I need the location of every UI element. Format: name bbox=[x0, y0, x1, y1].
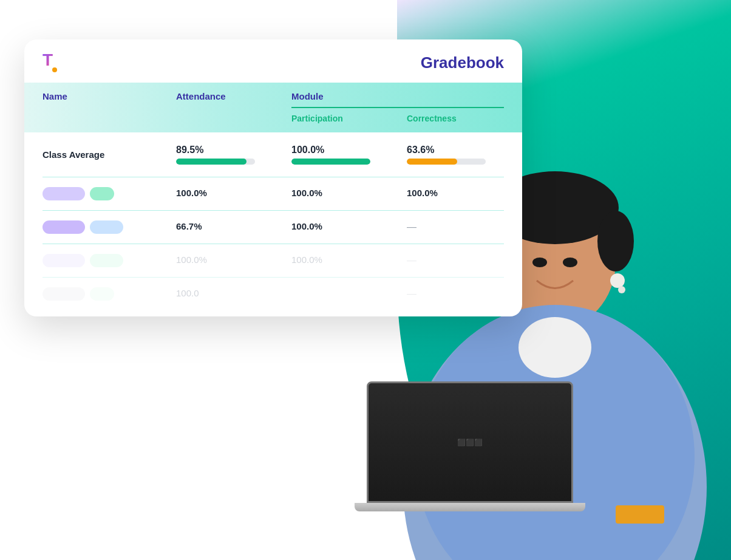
svg-point-12 bbox=[563, 258, 577, 267]
logo: T bbox=[42, 52, 64, 73]
col-correctness-header: Correctness bbox=[407, 113, 504, 124]
table-row: 100.0% 100.0% — bbox=[42, 244, 504, 278]
logo-icon: T bbox=[42, 52, 64, 73]
table-header: Name Attendance Module Participation Cor… bbox=[24, 83, 522, 132]
col-attendance-header: Attendance bbox=[176, 91, 291, 102]
student-3-name bbox=[42, 254, 176, 267]
svg-point-8 bbox=[518, 317, 591, 378]
header-row-1: Name Attendance Module bbox=[42, 83, 504, 107]
table-body: Class Average 89.5% 100.0% 63.6% bbox=[24, 132, 522, 310]
name-pills-1 bbox=[42, 187, 176, 200]
student-1-participation-value: 100.0% bbox=[291, 188, 407, 198]
student-3-participation-value: 100.0% bbox=[291, 254, 407, 265]
name-pills-3 bbox=[42, 254, 176, 267]
class-avg-correctness: 63.6% bbox=[407, 145, 504, 165]
student-2-correctness: — bbox=[407, 222, 504, 233]
name-pill-3a bbox=[42, 254, 85, 267]
attendance-column-label: Attendance bbox=[176, 91, 226, 101]
subheader-row: Participation Correctness bbox=[291, 113, 504, 124]
student-4-participation bbox=[291, 293, 407, 295]
student-3-attendance-value: 100.0% bbox=[176, 254, 291, 265]
class-avg-attendance-fill bbox=[176, 159, 246, 165]
student-1-correctness: 100.0% bbox=[407, 188, 504, 200]
student-2-attendance-value: 66.7% bbox=[176, 221, 291, 231]
correctness-column-label: Correctness bbox=[407, 114, 457, 123]
student-1-correctness-value: 100.0% bbox=[407, 188, 504, 198]
laptop-base bbox=[355, 503, 585, 511]
name-pill-4a bbox=[42, 287, 85, 301]
laptop-screen: ⬛⬛⬛ bbox=[367, 381, 573, 503]
student-2-name bbox=[42, 220, 176, 234]
class-avg-correctness-fill bbox=[407, 159, 457, 165]
student-3-attendance: 100.0% bbox=[176, 254, 291, 267]
student-4-attendance-value: 100.0 bbox=[176, 288, 291, 298]
gradebook-title: Gradebook bbox=[421, 53, 504, 72]
student-4-attendance: 100.0 bbox=[176, 288, 291, 301]
student-4-name bbox=[42, 287, 176, 301]
svg-point-5 bbox=[597, 211, 634, 271]
name-pill-1a bbox=[42, 187, 85, 200]
class-avg-participation-value: 100.0% bbox=[291, 145, 407, 155]
participation-column-label: Participation bbox=[291, 114, 343, 123]
student-4-correctness-dash: — bbox=[407, 289, 504, 299]
laptop: ⬛⬛⬛ bbox=[367, 381, 585, 511]
student-2-participation-value: 100.0% bbox=[291, 221, 407, 231]
name-pill-2b bbox=[90, 220, 123, 234]
name-pill-4b bbox=[90, 287, 114, 301]
header-row-2: Participation Correctness bbox=[42, 107, 504, 132]
svg-point-9 bbox=[610, 273, 625, 288]
name-pill-2a bbox=[42, 220, 85, 234]
class-avg-participation-fill bbox=[291, 159, 370, 165]
class-avg-name-cell: Class Average bbox=[42, 149, 176, 160]
notepad bbox=[616, 505, 664, 524]
svg-point-10 bbox=[618, 286, 625, 293]
table-row: 66.7% 100.0% — bbox=[42, 211, 504, 244]
student-1-attendance: 100.0% bbox=[176, 188, 291, 200]
module-divider bbox=[291, 107, 504, 108]
student-2-correctness-dash: — bbox=[407, 222, 504, 233]
logo-dot bbox=[52, 67, 57, 72]
logo-letter: T bbox=[42, 50, 53, 69]
col-participation-header: Participation bbox=[291, 113, 407, 124]
student-1-attendance-value: 100.0% bbox=[176, 188, 291, 198]
col-name-header: Name bbox=[42, 91, 176, 102]
name-pill-3b bbox=[90, 254, 123, 267]
class-avg-participation: 100.0% bbox=[291, 145, 407, 165]
student-3-correctness: — bbox=[407, 255, 504, 266]
table-row: 100.0 — bbox=[42, 278, 504, 310]
name-column-label: Name bbox=[42, 91, 67, 101]
class-avg-attendance-bar bbox=[176, 159, 255, 165]
module-column-label: Module bbox=[291, 91, 324, 101]
name-pills-2 bbox=[42, 220, 176, 234]
student-1-name bbox=[42, 187, 176, 200]
student-2-attendance: 66.7% bbox=[176, 221, 291, 234]
class-avg-participation-bar bbox=[291, 159, 370, 165]
student-3-correctness-dash: — bbox=[407, 255, 504, 266]
class-avg-attendance-value: 89.5% bbox=[176, 145, 291, 155]
name-pills-4 bbox=[42, 287, 176, 301]
class-avg-correctness-value: 63.6% bbox=[407, 145, 504, 155]
student-1-participation: 100.0% bbox=[291, 188, 407, 200]
name-pill-1b bbox=[90, 187, 114, 200]
class-average-label: Class Average bbox=[42, 149, 104, 160]
student-2-participation: 100.0% bbox=[291, 221, 407, 234]
col-module-header: Module bbox=[291, 91, 504, 102]
svg-point-11 bbox=[532, 258, 547, 267]
class-average-row: Class Average 89.5% 100.0% 63.6% bbox=[42, 132, 504, 177]
laptop-screen-content: ⬛⬛⬛ bbox=[457, 439, 483, 446]
student-3-participation: 100.0% bbox=[291, 254, 407, 267]
table-row: 100.0% 100.0% 100.0% bbox=[42, 177, 504, 211]
class-avg-attendance: 89.5% bbox=[176, 145, 291, 165]
gradebook-card: T Gradebook Name Attendance Module bbox=[24, 39, 522, 316]
student-4-correctness: — bbox=[407, 289, 504, 299]
card-header: T Gradebook bbox=[24, 39, 522, 83]
module-subheaders: Participation Correctness bbox=[291, 107, 504, 124]
class-avg-correctness-bar bbox=[407, 159, 486, 165]
